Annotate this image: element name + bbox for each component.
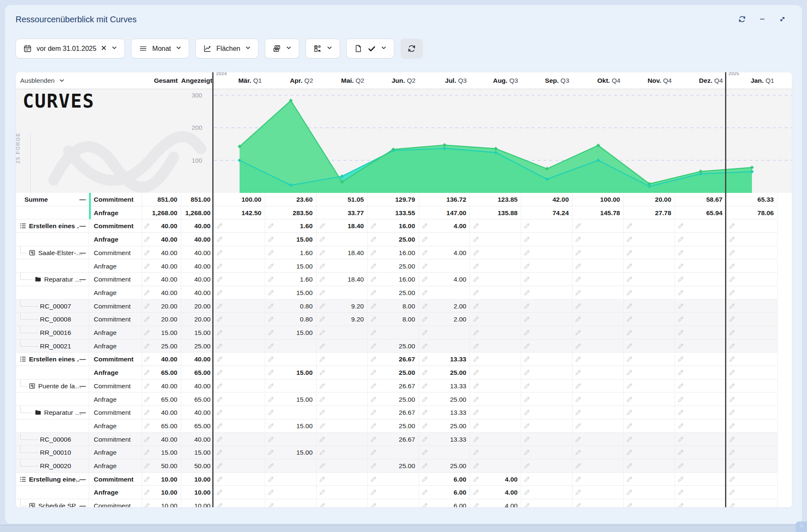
month-value-cell[interactable] (572, 340, 624, 353)
gesamt-cell[interactable]: 10.00 (142, 486, 181, 499)
month-value-cell[interactable] (316, 486, 368, 499)
edit-pencil-icon[interactable] (216, 329, 223, 336)
edit-pencil-icon[interactable] (523, 409, 530, 416)
edit-pencil-icon[interactable] (575, 289, 582, 296)
month-value-cell[interactable]: 0.80 (265, 313, 316, 326)
edit-pencil-icon[interactable] (319, 489, 326, 496)
month-value-cell[interactable] (368, 486, 419, 499)
month-value-cell[interactable] (675, 300, 726, 313)
row-name-cell[interactable]: Reparatur …— (16, 406, 89, 419)
edit-pencil-icon[interactable] (677, 396, 684, 403)
month-value-cell[interactable] (624, 406, 675, 419)
chart-options-dropdown[interactable] (265, 39, 299, 58)
month-value-cell[interactable] (316, 459, 368, 473)
month-value-cell[interactable] (726, 366, 778, 379)
month-value-cell[interactable] (675, 473, 726, 486)
edit-pencil-icon[interactable] (575, 249, 582, 256)
month-value-cell[interactable] (214, 313, 265, 326)
month-value-cell[interactable] (675, 340, 726, 353)
month-value-cell[interactable] (572, 486, 624, 499)
edit-pencil-icon[interactable] (370, 409, 377, 416)
edit-pencil-icon[interactable] (143, 422, 150, 429)
month-value-cell[interactable] (726, 499, 778, 508)
month-value-cell[interactable] (214, 446, 265, 459)
month-value-cell[interactable] (726, 473, 778, 486)
month-value-cell[interactable] (521, 340, 572, 353)
edit-pencil-icon[interactable] (267, 276, 274, 283)
month-value-cell[interactable] (214, 393, 265, 406)
month-value-cell[interactable] (572, 379, 624, 393)
month-value-cell[interactable]: 13.33 (419, 406, 470, 419)
gesamt-cell[interactable]: 40.00 (142, 233, 181, 246)
month-value-cell[interactable] (624, 273, 675, 286)
edit-pencil-icon[interactable] (575, 396, 582, 403)
gesamt-cell[interactable]: 65.00 (142, 393, 181, 406)
month-value-cell[interactable] (521, 233, 572, 246)
expand-icon[interactable] (777, 13, 788, 24)
month-value-cell[interactable] (521, 419, 572, 433)
edit-pencil-icon[interactable] (216, 303, 223, 310)
month-value-cell[interactable] (470, 273, 522, 286)
month-value-cell[interactable] (265, 499, 316, 508)
edit-pencil-icon[interactable] (319, 396, 326, 403)
month-value-cell[interactable] (265, 473, 316, 486)
edit-pencil-icon[interactable] (472, 289, 480, 296)
edit-pencil-icon[interactable] (523, 303, 530, 310)
month-value-cell[interactable] (470, 233, 522, 246)
month-value-cell[interactable] (624, 393, 675, 406)
edit-pencil-icon[interactable] (728, 449, 736, 456)
month-value-cell[interactable]: 15.00 (265, 326, 316, 340)
edit-pencil-icon[interactable] (216, 316, 223, 323)
edit-pencil-icon[interactable] (575, 369, 582, 376)
month-value-cell[interactable] (675, 379, 726, 393)
gesamt-cell[interactable]: 40.00 (142, 406, 181, 419)
month-value-cell[interactable]: 9.20 (316, 313, 368, 326)
month-value-cell[interactable] (726, 273, 778, 286)
edit-pencil-icon[interactable] (216, 236, 223, 243)
edit-pencil-icon[interactable] (216, 409, 223, 416)
month-value-cell[interactable] (470, 260, 522, 273)
month-value-cell[interactable] (214, 219, 265, 233)
edit-pencil-icon[interactable] (143, 436, 150, 443)
month-value-cell[interactable] (521, 273, 572, 286)
month-value-cell[interactable]: 26.67 (368, 433, 419, 446)
month-value-cell[interactable]: 4.00 (419, 246, 470, 260)
month-value-cell[interactable] (265, 486, 316, 499)
month-value-cell[interactable]: 2.00 (419, 313, 470, 326)
month-value-cell[interactable] (726, 433, 778, 446)
edit-pencil-icon[interactable] (677, 289, 684, 296)
month-value-cell[interactable] (572, 353, 624, 366)
edit-pencil-icon[interactable] (575, 449, 582, 456)
month-value-cell[interactable] (675, 459, 726, 473)
edit-pencil-icon[interactable] (575, 476, 582, 483)
month-value-cell[interactable] (470, 313, 522, 326)
edit-pencil-icon[interactable] (472, 489, 480, 496)
refresh-data-button[interactable] (401, 39, 423, 58)
edit-pencil-icon[interactable] (472, 236, 480, 243)
month-value-cell[interactable] (675, 313, 726, 326)
month-value-cell[interactable] (521, 433, 572, 446)
month-value-cell[interactable]: 25.00 (419, 459, 470, 473)
month-value-cell[interactable] (214, 260, 265, 273)
month-value-cell[interactable] (572, 219, 624, 233)
edit-pencil-icon[interactable] (319, 289, 326, 296)
month-value-cell[interactable] (624, 419, 675, 433)
edit-pencil-icon[interactable] (319, 276, 326, 283)
edit-pencil-icon[interactable] (523, 382, 530, 390)
month-value-cell[interactable] (624, 433, 675, 446)
month-value-cell[interactable] (624, 300, 675, 313)
edit-pencil-icon[interactable] (143, 476, 150, 483)
month-value-cell[interactable] (675, 446, 726, 459)
edit-pencil-icon[interactable] (677, 342, 684, 350)
collapse-icon[interactable]: — (79, 473, 86, 486)
month-value-cell[interactable] (214, 499, 265, 508)
edit-pencil-icon[interactable] (370, 422, 377, 429)
edit-pencil-icon[interactable] (319, 369, 326, 376)
month-value-cell[interactable] (214, 366, 265, 379)
edit-pencil-icon[interactable] (319, 329, 326, 336)
gesamt-cell[interactable]: 40.00 (142, 246, 181, 260)
month-value-cell[interactable]: 25.00 (419, 419, 470, 433)
edit-pencil-icon[interactable] (626, 316, 633, 323)
month-value-cell[interactable]: 15.00 (265, 419, 316, 433)
month-value-cell[interactable] (368, 499, 419, 508)
